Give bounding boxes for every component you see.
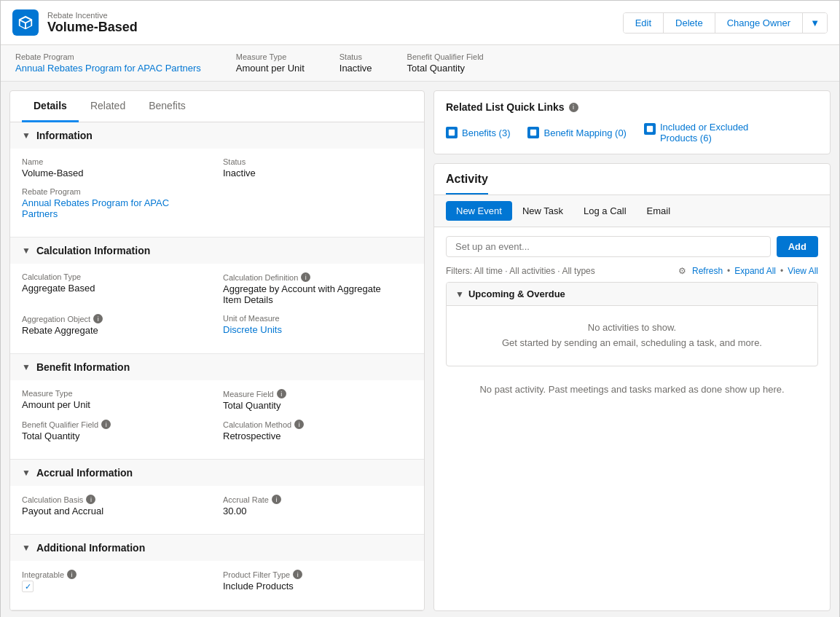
delete-button[interactable]: Delete [664,13,715,33]
section-accrual-body: Calculation Basis i Payout and Accrual ✎… [10,486,424,534]
benefits-link-icon [446,127,458,138]
field-measure-field: Measure Field i Total Quantity ✎ [223,389,412,411]
field-benefit-qualifier: Benefit Qualifier Field i Total Quantity… [22,420,211,441]
field-integratable-label: Integratable i [22,570,211,579]
integratable-checkbox[interactable] [22,581,34,592]
calc-basis-info-icon[interactable]: i [86,495,95,504]
breadcrumb-measure-type-label: Measure Type [236,52,305,61]
section-additional-body: Integratable i ✎ Product Filter Type [10,561,424,610]
field-empty [223,187,412,219]
left-panel: Details Related Benefits ▼ Information N… [9,90,425,611]
section-accrual-header[interactable]: ▼ Accrual Information [10,460,424,486]
field-accrual-rate-value: 30.00 ✎ [223,506,412,516]
breadcrumb-rebate-program-value[interactable]: Annual Rebates Program for APAC Partners [15,63,201,74]
svg-rect-1 [530,130,536,135]
quick-links-panel: Related List Quick Links i Benefits (3) [433,90,831,154]
quick-link-benefit-mapping[interactable]: Benefit Mapping (0) [527,122,626,144]
section-information-header[interactable]: ▼ Information [10,122,424,149]
calc-definition-info-icon[interactable]: i [301,272,310,282]
benefit-row-2: Benefit Qualifier Field i Total Quantity… [22,420,412,441]
section-calculation-title: Calculation Information [36,245,150,256]
activity-body: Add Filters: All time · All activities ·… [434,227,830,415]
field-benefit-qualifier-value: Total Quantity ✎ [22,431,211,441]
add-event-button[interactable]: Add [777,236,818,257]
breadcrumb-rebate-program-label: Rebate Program [15,52,201,61]
expand-all-link[interactable]: Expand All [734,266,776,276]
svg-rect-0 [449,130,455,135]
section-additional: ▼ Additional Information Integratable i [10,535,424,610]
page-subtitle: Rebate Incentive [47,11,138,20]
section-benefit-title: Benefit Information [36,361,130,373]
field-calc-definition: Calculation Definition i Aggregate by Ac… [223,272,412,305]
breadcrumb-benefit-qualifier-label: Benefit Qualifier Field [407,52,484,61]
activity-tab-new-task[interactable]: New Task [512,201,573,221]
refresh-link[interactable]: Refresh [692,266,723,276]
benefit-qualifier-info-icon[interactable]: i [101,420,111,429]
section-benefit: ▼ Benefit Information Measure Type Amoun… [10,354,424,460]
quick-link-included-excluded[interactable]: Included or Excluded Products (6) [644,122,755,144]
field-measure-type-label: Measure Type [22,389,211,398]
view-all-link[interactable]: View All [788,266,818,276]
section-additional-header[interactable]: ▼ Additional Information [10,535,424,561]
section-benefit-header[interactable]: ▼ Benefit Information [10,354,424,380]
field-measure-field-label: Measure Field i [223,389,412,398]
activity-tab-email[interactable]: Email [637,201,681,221]
quick-link-benefits[interactable]: Benefits (3) [446,122,510,144]
field-calc-type-value: Aggregate Based ✎ [22,283,211,294]
field-name-value: Volume-Based ✎ [22,168,211,178]
breadcrumb-measure-type: Measure Type Amount per Unit [236,52,305,74]
field-integratable-value: ✎ [22,581,211,592]
field-calc-method: Calculation Method i Retrospective ✎ [223,420,412,441]
product-filter-info-icon[interactable]: i [293,570,302,579]
info-row-1: Name Volume-Based ✎ Status Inactive ✎ [22,157,412,178]
event-input[interactable] [446,236,771,257]
section-calculation: ▼ Calculation Information Calculation Ty… [10,237,424,354]
change-owner-button[interactable]: Change Owner [715,13,803,33]
accrual-rate-info-icon[interactable]: i [272,495,281,504]
action-button-group: Edit Delete Change Owner ▼ [623,12,828,34]
section-accrual-title: Accrual Information [36,467,133,479]
filters-text: Filters: All time · All activities · All… [446,266,595,276]
field-aggregation-object: Aggregation Object i Rebate Aggregate ✎ [22,314,211,336]
breadcrumb-status: Status Inactive [339,52,372,74]
activity-tab-log-call[interactable]: Log a Call [573,201,637,221]
measure-field-info-icon[interactable]: i [277,389,286,398]
included-excluded-link-icon [644,123,656,135]
upcoming-section: ▼ Upcoming & Overdue No activities to sh… [446,282,818,366]
chevron-information-icon: ▼ [22,130,31,141]
quick-links-title: Related List Quick Links [446,101,565,113]
field-product-filter-type-value: Include Products ✎ [223,581,412,592]
header-actions: Edit Delete Change Owner ▼ [623,12,828,34]
header-titles: Rebate Incentive Volume-Based [47,11,138,35]
activity-title: Activity [446,173,488,194]
activity-header: Activity [434,164,830,195]
field-measure-type-value: Amount per Unit ✎ [22,399,211,410]
quick-links-info-icon[interactable]: i [569,103,578,112]
calc-method-info-icon[interactable]: i [294,420,304,429]
gear-icon[interactable]: ⚙ [678,266,686,276]
calc-row-2: Aggregation Object i Rebate Aggregate ✎ … [22,314,412,336]
field-product-filter-type: Product Filter Type i Include Products ✎ [223,570,412,592]
field-name-label: Name [22,157,211,166]
aggregation-object-info-icon[interactable]: i [93,314,103,323]
breadcrumb-benefit-qualifier: Benefit Qualifier Field Total Quantity [407,52,484,74]
breadcrumb-rebate-program: Rebate Program Annual Rebates Program fo… [15,52,201,74]
field-calc-method-label: Calculation Method i [223,420,412,429]
actions-dropdown-button[interactable]: ▼ [803,13,827,33]
field-rebate-program: Rebate Program Annual Rebates Program fo… [22,187,211,219]
app-wrapper: Rebate Incentive Volume-Based Edit Delet… [0,0,840,617]
tab-benefits[interactable]: Benefits [137,91,197,122]
field-calc-method-value: Retrospective ✎ [223,431,412,441]
activity-tab-new-event[interactable]: New Event [446,201,512,221]
integratable-info-icon[interactable]: i [67,570,76,579]
tab-details[interactable]: Details [22,91,79,122]
tab-related[interactable]: Related [79,91,137,122]
field-integratable: Integratable i ✎ [22,570,211,592]
field-rebate-program-value: Annual Rebates Program for APAC Partners… [22,197,211,219]
section-calculation-header[interactable]: ▼ Calculation Information [10,237,424,264]
section-accrual: ▼ Accrual Information Calculation Basis … [10,460,424,535]
svg-rect-2 [647,126,653,132]
edit-button[interactable]: Edit [624,13,664,33]
right-panel: Related List Quick Links i Benefits (3) [433,90,831,611]
breadcrumb-status-value: Inactive [339,63,372,74]
